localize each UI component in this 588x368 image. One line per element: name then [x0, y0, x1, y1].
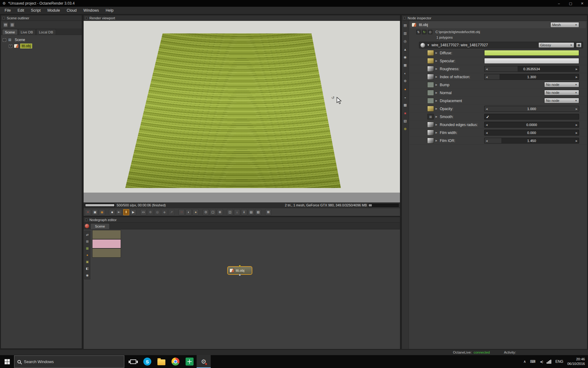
menu-cloud[interactable]: Cloud	[63, 7, 80, 14]
palette-swatch-0[interactable]	[92, 230, 121, 239]
reload-geometry-icon[interactable]: ↻	[422, 30, 427, 34]
expand-arrow-icon[interactable]: ▶	[435, 67, 437, 70]
increment-arrow-icon[interactable]: ▶	[576, 131, 578, 134]
compare-ab-icon[interactable]: ▧	[255, 209, 261, 215]
color-swatch[interactable]	[484, 58, 579, 64]
skype-icon[interactable]: S	[140, 355, 154, 368]
film-icon[interactable]: ▦	[403, 63, 408, 68]
save-node-icon[interactable]: ▤	[403, 23, 408, 28]
expand-arrow-icon[interactable]: ▶	[435, 131, 437, 134]
expand-arrow-icon[interactable]: ▶	[435, 75, 437, 78]
fit-view-icon[interactable]: ▣	[92, 209, 98, 215]
increment-arrow-icon[interactable]: ▶	[576, 123, 578, 126]
expand-arrow-icon[interactable]: ▶	[435, 52, 437, 54]
zoom-region-icon[interactable]: ⊙	[203, 209, 209, 215]
task-view-button[interactable]	[126, 355, 140, 368]
file-explorer-icon[interactable]	[154, 355, 168, 368]
texture-node-icon[interactable]: ▣	[85, 259, 90, 264]
nodegraph-scene-icon[interactable]	[85, 224, 89, 228]
medium-icon[interactable]: ◒	[403, 94, 408, 100]
value-slider[interactable]: ◀0.000▶	[484, 130, 579, 136]
render-target-icon[interactable]: ◎	[403, 39, 408, 44]
menu-module[interactable]: Module	[44, 7, 63, 14]
material-picker-icon[interactable]: ◈	[161, 209, 168, 215]
menu-script[interactable]: Script	[28, 7, 44, 14]
node-dropdown[interactable]: No node▼	[544, 90, 579, 95]
maximize-button[interactable]: ▢	[565, 0, 576, 7]
expand-arrow-icon[interactable]: ▶	[435, 83, 437, 86]
save-node-as-icon[interactable]: ▥	[403, 31, 408, 36]
expand-arrow-icon[interactable]: ▶	[435, 91, 437, 94]
image-layers-icon[interactable]: ▤	[248, 209, 254, 215]
value-slider[interactable]: ◀1.000▶	[484, 106, 579, 112]
material-options-button[interactable]: ▦	[576, 43, 582, 48]
value-slider[interactable]: ◀0.3535534▶	[484, 66, 579, 72]
network-icon[interactable]	[547, 360, 551, 364]
start-button[interactable]	[0, 355, 14, 368]
mesh-node-category-icon[interactable]: ◧	[85, 266, 90, 271]
node-input-pin[interactable]	[239, 265, 241, 267]
material-header[interactable]: ▼ wire_148177027: wire_148177027 Glossy …	[419, 42, 583, 48]
node-type-dropdown[interactable]: Mesh ▼	[550, 22, 579, 28]
navigation-mode-icon[interactable]: +	[85, 209, 91, 215]
render-layer-icon[interactable]: ■	[403, 110, 408, 116]
collapse-arrow-icon[interactable]: ▼	[427, 44, 430, 47]
material-type-dropdown[interactable]: Glossy ▼	[538, 42, 574, 48]
expander-icon[interactable]: −	[3, 38, 6, 42]
postprocess-icon[interactable]: ⊛	[403, 126, 408, 132]
copy-image-icon[interactable]: ◫	[227, 209, 233, 215]
clock[interactable]: 20:46 06/10/2016	[567, 357, 585, 366]
menu-help[interactable]: Help	[102, 7, 117, 14]
realtime-mode-icon[interactable]: ▭	[140, 209, 146, 215]
nodegraph-canvas[interactable]: ⇄⊞▦●▣◧◉ ttt.obj	[84, 229, 400, 349]
camera-icon[interactable]: ◉	[403, 55, 408, 60]
tree-row-ttt-obj[interactable]: +ttt.obj	[1, 43, 82, 49]
lock-resolution-icon[interactable]: ⊠	[265, 209, 271, 215]
increment-arrow-icon[interactable]: ▶	[576, 67, 578, 70]
tab-live-db[interactable]: Live DB	[18, 29, 36, 35]
tree-row-Scene[interactable]: −⊞Scene	[1, 37, 82, 43]
octane-taskbar-icon[interactable]: ⚙	[197, 355, 211, 368]
clay-mode-icon[interactable]: ●	[193, 209, 199, 215]
environment-icon[interactable]: ◐	[403, 71, 408, 76]
value-slider[interactable]: ◀1.300▶	[484, 74, 579, 80]
expand-arrow-icon[interactable]: ▶	[435, 59, 437, 62]
white-balance-picker-icon[interactable]: ◎	[154, 209, 160, 215]
value-slider[interactable]: ◀1.450▶	[484, 138, 579, 144]
increment-arrow-icon[interactable]: ▶	[576, 75, 578, 78]
render-region-icon[interactable]: ▢	[210, 209, 216, 215]
taskbar-search[interactable]	[14, 355, 124, 368]
color-swatch[interactable]	[484, 50, 579, 56]
relink-file-icon[interactable]: ⊙	[428, 30, 432, 34]
expand-arrow-icon[interactable]: ▶	[435, 107, 437, 110]
palette-swatch-2[interactable]	[92, 248, 121, 258]
object-picker-icon[interactable]: ↗	[168, 209, 175, 215]
arrange-nodes-icon[interactable]: ⇄	[85, 232, 90, 237]
node-ttt-obj[interactable]: ttt.obj	[227, 266, 252, 275]
menu-file[interactable]: File	[1, 7, 14, 14]
film-region-icon[interactable]: ◐	[186, 209, 192, 215]
mesh-icon[interactable]: ▲	[403, 47, 408, 52]
render-passes-icon[interactable]: ∷	[179, 209, 185, 215]
hidden-icons-caret[interactable]: ∧	[523, 359, 526, 364]
pause-render-icon[interactable]: ‖	[123, 209, 129, 215]
language-indicator[interactable]: ENG	[555, 359, 563, 364]
increment-arrow-icon[interactable]: ▶	[576, 107, 578, 110]
chrome-icon[interactable]	[168, 355, 183, 368]
restart-render-icon[interactable]: ⇤	[116, 209, 122, 215]
expand-arrow-icon[interactable]: ▶	[435, 139, 437, 142]
expander-icon[interactable]: +	[9, 44, 12, 48]
kernel-icon[interactable]: ⚙	[403, 79, 408, 84]
reload-scene-icon[interactable]: ▥	[9, 22, 15, 28]
save-image-icon[interactable]: ↓	[234, 209, 240, 215]
touch-keyboard-icon[interactable]: ⌨	[530, 359, 535, 364]
menu-windows[interactable]: Windows	[80, 7, 102, 14]
expand-arrow-icon[interactable]: ▶	[435, 123, 437, 126]
node-output-icon[interactable]: ⇅	[416, 30, 421, 34]
node-dropdown[interactable]: No node▼	[544, 98, 579, 103]
focus-picker-icon[interactable]: ⊕	[147, 209, 153, 215]
value-slider[interactable]: ◀0.0000▶	[484, 122, 579, 128]
emitter-node-icon[interactable]: ◉	[85, 273, 90, 278]
texture-icon[interactable]: ▩	[403, 102, 408, 108]
render-image[interactable]	[84, 21, 400, 193]
